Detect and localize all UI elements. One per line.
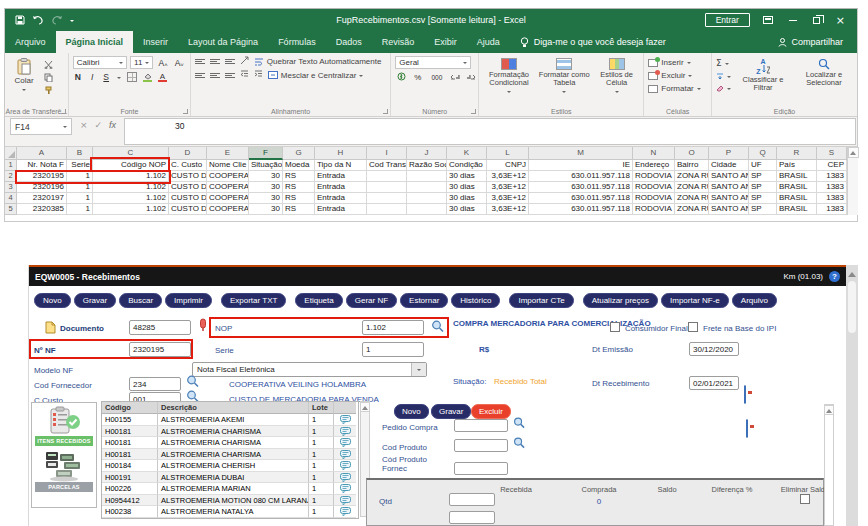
cell[interactable]: 1383 xyxy=(817,204,847,215)
cell[interactable]: 1.102 xyxy=(93,182,169,193)
decrease-indent-icon[interactable] xyxy=(240,70,249,80)
cell[interactable]: Entrada xyxy=(315,193,367,204)
increase-decimal-icon[interactable] xyxy=(450,73,460,83)
tab-ajuda[interactable]: Ajuda xyxy=(467,31,510,53)
cell[interactable]: Cod Trans xyxy=(367,160,407,171)
grow-font-button[interactable]: A˄ xyxy=(156,58,169,68)
cell[interactable]: 630.011.957.118 xyxy=(529,193,633,204)
toolbar-button-gravar[interactable]: Gravar xyxy=(74,293,116,308)
cell[interactable]: Entrada xyxy=(315,171,367,182)
serie-input[interactable]: 1 xyxy=(362,342,424,357)
toolbar-button-exportar-txt[interactable]: Exportar TXT xyxy=(221,293,286,308)
cell[interactable]: Endereço xyxy=(633,160,675,171)
entrar-button[interactable]: Entrar xyxy=(705,13,750,27)
detail-panel-scrollbar[interactable] xyxy=(824,404,834,526)
parcelas-tile[interactable]: PARCELAS xyxy=(35,450,93,492)
comment-bubble-icon[interactable] xyxy=(340,496,351,505)
cell[interactable] xyxy=(367,204,407,215)
cell[interactable] xyxy=(407,171,447,182)
shrink-font-button[interactable]: A˅ xyxy=(173,58,186,68)
tab-inserir[interactable]: Inserir xyxy=(133,31,178,53)
attachment-pin-icon[interactable] xyxy=(199,318,207,332)
comment-bubble-icon[interactable] xyxy=(340,450,351,459)
orientation-icon[interactable] xyxy=(240,56,249,67)
documento-input[interactable]: 48285 xyxy=(129,320,191,335)
wrap-text-button[interactable]: Quebrar Texto Automaticamente xyxy=(254,57,382,66)
bold-button[interactable]: N xyxy=(73,72,83,82)
clear-button[interactable] xyxy=(716,84,731,92)
column-header-D[interactable]: D xyxy=(169,147,207,160)
tab-layout-da-p-gina[interactable]: Layout da Página xyxy=(178,31,268,53)
cell[interactable]: Moeda xyxy=(283,160,315,171)
cell[interactable]: 1383 xyxy=(817,193,847,204)
tab-exibir[interactable]: Exibir xyxy=(424,31,467,53)
items-note-cell[interactable] xyxy=(334,460,356,472)
cell[interactable]: 1.102 xyxy=(93,204,169,215)
toolbar-button-importar-nf-e[interactable]: Importar NF-e xyxy=(661,293,729,308)
items-cell[interactable]: ALSTROEMERIA NATALYA xyxy=(158,506,309,518)
items-note-cell[interactable] xyxy=(334,472,356,484)
column-header-N[interactable]: N xyxy=(633,147,675,160)
cell[interactable]: ZONA RUF xyxy=(675,204,709,215)
cell[interactable]: Condição xyxy=(447,160,487,171)
cell[interactable]: 630.011.957.118 xyxy=(529,171,633,182)
cell[interactable]: CUSTO DE xyxy=(169,204,207,215)
cell[interactable]: Tipo da N xyxy=(315,160,367,171)
undo-icon[interactable] xyxy=(32,15,44,25)
nf-input[interactable]: 2320195 xyxy=(129,342,191,357)
column-header-C[interactable]: C xyxy=(93,147,169,160)
cod-produto-fornec-input[interactable] xyxy=(454,462,508,475)
cell[interactable]: COOPERA xyxy=(207,204,249,215)
toolbar-button-atualizar-pre-os[interactable]: Atualizar preços xyxy=(583,293,658,308)
cell[interactable]: CEP xyxy=(817,160,847,171)
cell[interactable]: 30 dias xyxy=(447,204,487,215)
comment-bubble-icon[interactable] xyxy=(340,438,351,447)
save-icon[interactable] xyxy=(15,15,25,25)
cell[interactable]: 3,63E+12 xyxy=(487,182,529,193)
enter-check-icon[interactable]: ✓ xyxy=(95,120,103,130)
find-select-button[interactable]: Localizar e Selecionar xyxy=(795,56,853,104)
borders-icon[interactable] xyxy=(127,72,137,82)
tab-dados[interactable]: Dados xyxy=(326,31,372,53)
close-icon[interactable]: × xyxy=(836,15,845,26)
cod-fornecedor-input[interactable]: 234 xyxy=(129,377,181,391)
cell[interactable]: SP xyxy=(749,171,777,182)
autosum-button[interactable]: Σ xyxy=(716,58,731,68)
cell[interactable]: 2320385 xyxy=(17,204,67,215)
cell[interactable]: BRASIL xyxy=(777,171,817,182)
cod-produto-input[interactable] xyxy=(454,439,508,452)
column-header-P[interactable]: P xyxy=(709,147,749,160)
scrollbar-thumb[interactable] xyxy=(848,281,856,333)
restore-icon[interactable] xyxy=(813,17,820,24)
align-left-icon[interactable] xyxy=(195,73,205,78)
tab-f-rmulas[interactable]: Fórmulas xyxy=(268,31,326,53)
sheet-vertical-scrollbar[interactable] xyxy=(847,147,858,215)
toolbar-button-arquivo[interactable]: Arquivo xyxy=(732,293,777,308)
cell[interactable]: SP xyxy=(749,193,777,204)
cell[interactable]: Cidade xyxy=(709,160,749,171)
cell[interactable]: RS xyxy=(283,193,315,204)
insert-function-icon[interactable]: fx xyxy=(109,120,116,130)
items-cell[interactable]: H00191 xyxy=(102,472,158,484)
cell[interactable]: Código NOP xyxy=(93,160,169,171)
align-center-icon[interactable] xyxy=(210,73,220,78)
scroll-up-icon[interactable] xyxy=(360,402,370,412)
items-cell[interactable]: 1 xyxy=(309,437,334,449)
cut-icon[interactable] xyxy=(43,59,54,69)
toolbar-button-etiqueta[interactable]: Etiqueta xyxy=(295,293,342,308)
toolbar-button-buscar[interactable]: Buscar xyxy=(119,293,162,308)
items-note-cell[interactable] xyxy=(334,483,356,495)
font-size-select[interactable]: 11 xyxy=(130,56,153,69)
items-cell[interactable]: H00226 xyxy=(102,483,158,495)
cell[interactable]: 30 xyxy=(249,171,283,182)
cell[interactable]: IE xyxy=(529,160,633,171)
format-painter-icon[interactable] xyxy=(43,85,54,95)
toolbar-button-importar-cte[interactable]: Importar CTe xyxy=(509,293,573,308)
items-note-cell[interactable] xyxy=(334,506,356,518)
column-header-F[interactable]: F xyxy=(249,147,283,160)
items-table-row[interactable]: H00184ALSTROEMERIA CHERISH1 xyxy=(102,460,358,472)
items-cell[interactable]: ALSTROEMERIA CHARISMA xyxy=(158,437,309,449)
itens-recebidos-tile[interactable]: ITENS RECEBIDOS xyxy=(35,406,93,446)
cell[interactable]: Entrada xyxy=(315,182,367,193)
detail-gravar-button[interactable]: Gravar xyxy=(431,404,471,419)
